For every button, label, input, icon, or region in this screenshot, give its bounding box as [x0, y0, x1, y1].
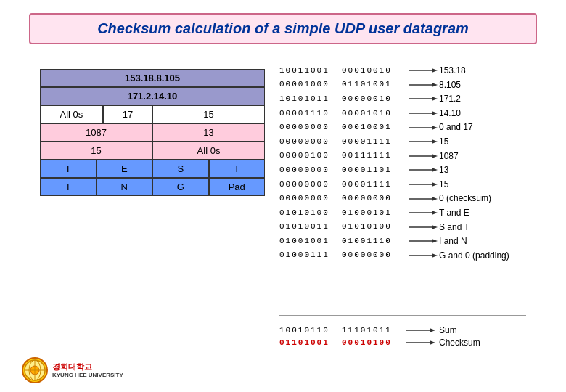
cell-I: I	[40, 178, 97, 196]
cell-Pad: Pad	[209, 178, 266, 196]
checksum-bits: 01101001 00010100	[279, 338, 406, 347]
cell-G: G	[152, 178, 209, 196]
cell-T2: T	[209, 160, 266, 178]
svg-marker-13	[432, 154, 438, 158]
arrow-icon	[406, 237, 439, 245]
binary-label: 15	[439, 178, 448, 192]
svg-marker-11	[432, 139, 438, 144]
binary-row: 01010100 01000101 T and E	[279, 206, 551, 220]
table-row: 15 All 0s	[40, 142, 265, 160]
svg-marker-7	[432, 111, 438, 115]
binary-area: 10011001 00010010 153.18 00001000 011010…	[279, 64, 551, 263]
binary-label: 15	[439, 135, 448, 149]
binary-bits: 10101011 00000010	[279, 93, 406, 105]
cell-S: S	[152, 160, 209, 178]
svg-marker-23	[432, 225, 438, 229]
logo-area: 경희대학교 KYUNG HEE UNIVERSITY	[22, 357, 123, 383]
arrow-icon	[406, 138, 439, 145]
cell-13: 13	[152, 123, 265, 142]
arrow-icon	[406, 166, 439, 173]
binary-bits: 10011001 00010010	[279, 65, 406, 77]
svg-marker-9	[432, 126, 438, 130]
binary-bits: 00001110 00001010	[279, 107, 406, 120]
binary-bits: 01000111 00000000	[279, 249, 406, 261]
table-row: All 0s 17 15	[40, 105, 265, 123]
binary-label: 13	[439, 163, 448, 177]
binary-row: 10101011 00000010 171.2	[279, 92, 551, 106]
table-row: 171.2.14.10	[40, 87, 265, 105]
svg-marker-19	[432, 197, 438, 201]
binary-row: 00001000 01101001 8.105	[279, 78, 551, 92]
sum-row: 10010110 11101011 Sum	[279, 325, 480, 335]
checksum-label: Checksum	[439, 338, 480, 348]
binary-bits: 01010011 01010100	[279, 221, 406, 233]
binary-label: 14.10	[439, 107, 461, 121]
checksum-row: 01101001 00010100 Checksum	[279, 338, 480, 348]
arrow-icon	[406, 152, 439, 160]
arrow-icon	[406, 110, 439, 117]
svg-marker-3	[432, 83, 438, 87]
binary-bits: 00000000 00010001	[279, 121, 406, 134]
binary-row: 00000000 00010001 0 and 17	[279, 121, 551, 134]
binary-bits: 00000000 00001111	[279, 136, 406, 148]
binary-bits: 01010100 01000101	[279, 207, 406, 219]
binary-row: 00000100 00111111 1087	[279, 150, 551, 163]
table-row: T E S T	[40, 160, 265, 178]
binary-bits: 00000000 00001111	[279, 179, 406, 191]
arrow-icon	[406, 224, 439, 231]
binary-label: I and N	[439, 234, 467, 248]
cell-1087: 1087	[40, 123, 152, 142]
binary-bits: 00000000 00000000	[279, 192, 406, 205]
arrow-icon	[406, 195, 439, 203]
binary-row: 00001110 00001010 14.10	[279, 107, 551, 121]
arrow-icon	[406, 95, 439, 102]
binary-bits: 00001000 01101001	[279, 78, 406, 91]
page-title: Checksum calculation of a simple UDP use…	[97, 20, 469, 36]
arrow-icon	[406, 124, 439, 131]
logo-icon	[22, 357, 48, 383]
cell-N: N	[97, 178, 153, 196]
binary-label: S and T	[439, 221, 469, 234]
binary-row: 10011001 00010010 153.18	[279, 64, 551, 78]
svg-marker-1	[432, 68, 438, 73]
binary-label: T and E	[439, 206, 469, 220]
binary-label: 0 (checksum)	[439, 192, 491, 205]
svg-marker-31	[430, 340, 435, 345]
sum-arrow-icon	[406, 327, 439, 334]
binary-label: 153.18	[439, 64, 466, 78]
sum-label: Sum	[439, 325, 457, 335]
divider	[279, 315, 526, 316]
svg-marker-15	[432, 168, 438, 172]
cell-allzero: All 0s	[40, 105, 103, 123]
table-row: 1087 13	[40, 123, 265, 142]
svg-marker-5	[432, 97, 438, 101]
binary-label: 171.2	[439, 92, 461, 106]
table-row: 153.18.8.105	[40, 69, 265, 87]
binary-row: 01000111 00000000 G and 0 (padding)	[279, 249, 551, 263]
arrow-icon	[406, 67, 439, 74]
binary-row: 00000000 00001111 15	[279, 178, 551, 192]
svg-marker-25	[432, 239, 438, 243]
binary-row: 01001001 01001110 I and N	[279, 234, 551, 248]
logo-text: 경희대학교 KYUNG HEE UNIVERSITY	[52, 362, 123, 380]
sum-bits: 10010110 11101011	[279, 326, 406, 335]
sum-area: 10010110 11101011 Sum 01101001 00010100 …	[279, 325, 480, 350]
cell-15: 15	[152, 105, 265, 123]
cell-allzero2: All 0s	[152, 142, 265, 160]
cell-E: E	[97, 160, 153, 178]
binary-label: 1087	[439, 150, 459, 163]
binary-row: 01010011 01010100 S and T	[279, 221, 551, 234]
arrow-icon	[406, 81, 439, 89]
svg-marker-21	[432, 211, 438, 215]
cell-15b: 15	[40, 142, 152, 160]
binary-label: 0 and 17	[439, 121, 473, 134]
cell-17: 17	[103, 105, 152, 123]
arrow-icon	[406, 252, 439, 259]
title-box: Checksum calculation of a simple UDP use…	[29, 13, 537, 44]
svg-marker-27	[432, 253, 438, 258]
arrow-icon	[406, 209, 439, 216]
svg-marker-17	[432, 182, 438, 187]
binary-row: 00000000 00001111 15	[279, 135, 551, 149]
binary-bits: 00000000 00001101	[279, 164, 406, 176]
table-row: I N G Pad	[40, 178, 265, 196]
